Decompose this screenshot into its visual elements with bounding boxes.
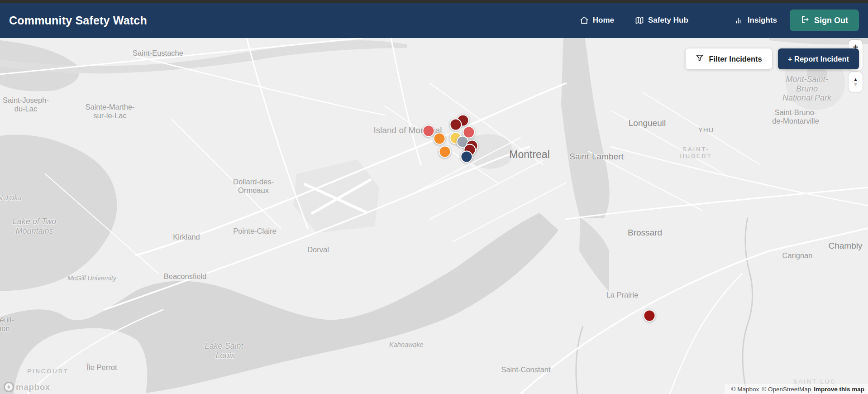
improve-map-link[interactable]: Improve this map — [814, 386, 864, 393]
basemap-artwork — [0, 38, 868, 394]
nav-item-insights[interactable]: Insights — [734, 16, 777, 25]
mapbox-wordmark: mapbox — [16, 382, 50, 392]
sign-out-icon — [801, 15, 810, 26]
attribution-mapbox-link[interactable]: © Mapbox — [731, 386, 759, 393]
sign-out-button[interactable]: Sign Out — [790, 10, 859, 31]
nav-item-safety-hub[interactable]: Safety Hub — [635, 16, 688, 25]
incident-marker[interactable] — [450, 119, 462, 131]
app-title: Community Safety Watch — [9, 14, 147, 27]
map-attribution: © Mapbox © OpenStreetMap Improve this ma… — [725, 384, 868, 394]
filter-incidents-button[interactable]: Filter Incidents — [686, 48, 772, 69]
app-header: Community Safety Watch HomeSafety HubIns… — [0, 3, 868, 38]
mapbox-logo[interactable]: mapbox — [4, 382, 50, 392]
funnel-icon — [696, 54, 704, 64]
mapbox-pin-icon — [4, 382, 14, 392]
home-icon — [580, 16, 589, 25]
pitch-down-button[interactable]: ▼ — [853, 82, 858, 87]
browser-chrome-strip — [0, 0, 868, 3]
main-nav: HomeSafety HubInsights — [580, 16, 777, 25]
incident-marker[interactable] — [423, 125, 435, 137]
attribution-osm-link[interactable]: © OpenStreetMap — [762, 386, 811, 393]
incident-marker[interactable] — [434, 133, 446, 145]
nav-item-home[interactable]: Home — [580, 16, 614, 25]
report-incident-button[interactable]: + Report Incident — [778, 48, 859, 69]
bar-chart-icon — [734, 16, 744, 25]
nav-item-label: Home — [593, 16, 614, 25]
map-pitch-control: ▲ ▼ — [849, 72, 863, 92]
nav-item-label: Insights — [748, 16, 777, 25]
nav-item-label: Safety Hub — [648, 16, 688, 25]
map-canvas[interactable]: Saint-EustacheSaint-Joseph- du-LacSainte… — [0, 38, 868, 394]
map-icon — [635, 16, 644, 25]
map-toolbar: Filter Incidents + Report Incident — [686, 48, 859, 69]
incident-marker[interactable] — [644, 310, 656, 322]
incident-marker[interactable] — [461, 151, 473, 163]
incident-marker[interactable] — [439, 146, 451, 158]
sign-out-label: Sign Out — [814, 16, 848, 25]
filter-incidents-label: Filter Incidents — [709, 55, 762, 63]
